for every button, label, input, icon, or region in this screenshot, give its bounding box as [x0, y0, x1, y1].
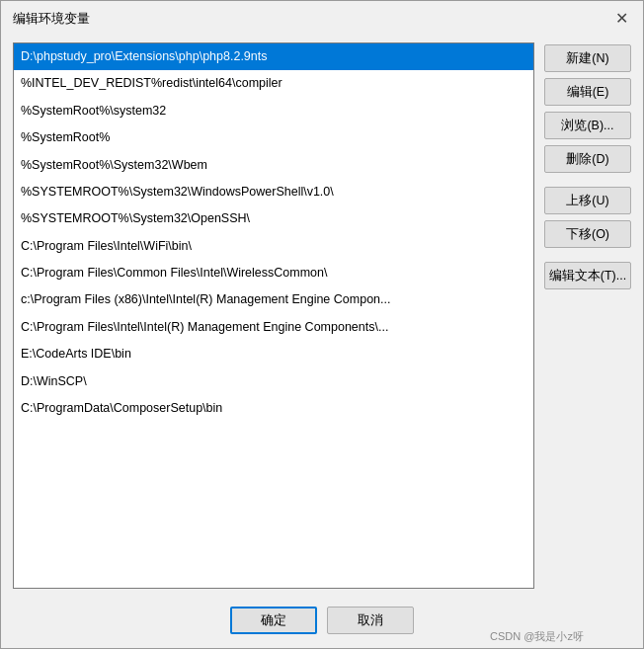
edit-button[interactable]: 编辑(E)	[544, 78, 631, 106]
move-up-button[interactable]: 上移(U)	[544, 187, 631, 214]
watermark-text: CSDN @我是小z呀	[490, 629, 584, 644]
title-bar: 编辑环境变量 ✕	[1, 1, 643, 35]
delete-button[interactable]: 删除(D)	[544, 145, 631, 173]
list-item[interactable]: C:\Program Files\Intel\Intel(R) Manageme…	[14, 314, 533, 341]
buttons-panel: 新建(N) 编辑(E) 浏览(B)... 删除(D) 上移(U) 下移(O) 编…	[544, 42, 631, 589]
list-item[interactable]: D:\phpstudy_pro\Extensions\php\php8.2.9n…	[14, 43, 533, 70]
browse-button[interactable]: 浏览(B)...	[544, 112, 631, 139]
list-item[interactable]: %SYSTEMROOT%\System32\WindowsPowerShell\…	[14, 179, 533, 205]
list-item[interactable]: E:\CodeArts IDE\bin	[14, 341, 533, 367]
move-down-button[interactable]: 下移(O)	[544, 220, 631, 248]
list-item[interactable]: C:\Program Files\Common Files\Intel\Wire…	[14, 260, 533, 286]
edit-text-button[interactable]: 编辑文本(T)...	[544, 262, 631, 289]
list-item[interactable]: %SYSTEMROOT%\System32\OpenSSH\	[14, 205, 533, 232]
list-item[interactable]: C:\ProgramData\ComposerSetup\bin	[14, 395, 533, 422]
dialog-title: 编辑环境变量	[13, 10, 90, 28]
confirm-button[interactable]: 确定	[230, 607, 317, 634]
cancel-button[interactable]: 取消	[327, 607, 414, 634]
list-item[interactable]: %INTEL_DEV_REDIST%redist\intel64\compile…	[14, 70, 533, 97]
list-item[interactable]: %SystemRoot%\system32	[14, 98, 533, 124]
list-item[interactable]: C:\Program Files\Intel\WiFi\bin\	[14, 233, 533, 260]
env-variable-list[interactable]: D:\phpstudy_pro\Extensions\php\php8.2.9n…	[13, 42, 534, 589]
close-button[interactable]: ✕	[611, 9, 631, 29]
edit-env-variable-dialog: 编辑环境变量 ✕ D:\phpstudy_pro\Extensions\php\…	[0, 0, 644, 649]
list-item[interactable]: %SystemRoot%\System32\Wbem	[14, 152, 533, 179]
list-item[interactable]: %SystemRoot%	[14, 124, 533, 151]
content-area: D:\phpstudy_pro\Extensions\php\php8.2.9n…	[1, 35, 643, 597]
list-item[interactable]: c:\Program Files (x86)\Intel\Intel(R) Ma…	[14, 286, 533, 313]
new-button[interactable]: 新建(N)	[544, 44, 631, 72]
list-item[interactable]: D:\WinSCP\	[14, 368, 533, 395]
